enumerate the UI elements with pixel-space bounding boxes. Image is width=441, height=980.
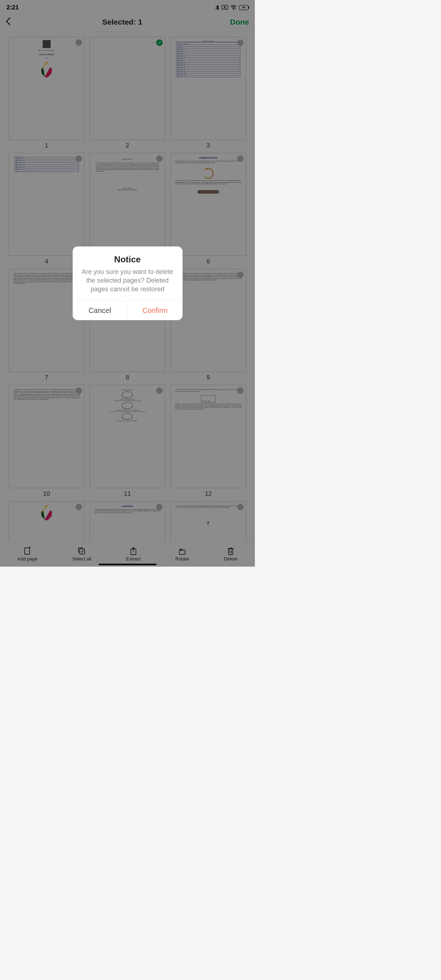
cancel-button[interactable]: Cancel xyxy=(73,301,128,320)
dialog-message: Are you sure you want to delete the sele… xyxy=(80,267,175,294)
dialog-overlay: Notice Are you sure you want to delete t… xyxy=(0,0,255,566)
confirm-dialog: Notice Are you sure you want to delete t… xyxy=(73,247,183,321)
dialog-title: Notice xyxy=(80,255,175,264)
confirm-button[interactable]: Confirm xyxy=(127,301,183,320)
